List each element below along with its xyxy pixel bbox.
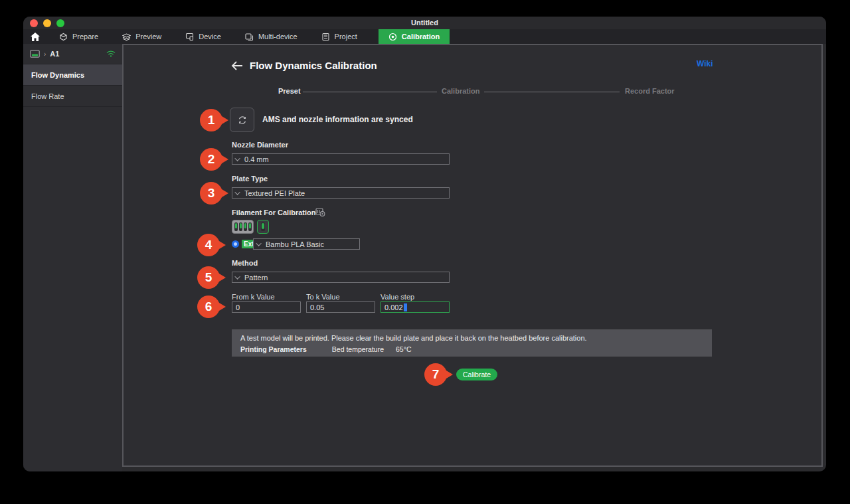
ext-filament-radio[interactable] xyxy=(232,240,239,248)
value-step-label: Value step xyxy=(381,293,414,301)
chevron-down-icon xyxy=(234,274,240,279)
annotation-marker-7: 7 xyxy=(424,363,447,386)
wifi-icon xyxy=(106,50,116,57)
from-k-value: 0 xyxy=(236,303,240,311)
printer-icon xyxy=(30,50,40,58)
annotation-marker-5: 5 xyxy=(197,266,220,289)
tab-label: Prepare xyxy=(72,33,98,41)
ams-slot-icon xyxy=(248,222,252,231)
back-button[interactable] xyxy=(230,58,244,73)
tab-label: Project xyxy=(335,33,357,41)
home-icon xyxy=(31,33,40,41)
tab-project[interactable]: Project xyxy=(311,29,367,44)
chevron-down-icon xyxy=(234,189,240,195)
plate-type-label: Plate Type xyxy=(232,175,268,183)
to-k-label: To k Value xyxy=(306,293,340,301)
home-button[interactable] xyxy=(23,29,47,44)
sync-icon xyxy=(237,115,248,126)
multi-device-icon xyxy=(245,33,254,41)
ams-unit-button[interactable] xyxy=(232,220,254,234)
wiki-link[interactable]: Wiki xyxy=(697,59,713,68)
main-nav: Prepare Preview Device Multi-device Proj… xyxy=(23,29,826,44)
sync-ams-button[interactable] xyxy=(230,108,254,132)
sidebar-item-flow-rate[interactable]: Flow Rate xyxy=(23,86,122,107)
annotation-marker-1: 1 xyxy=(200,109,222,131)
calibration-panel: Flow Dynamics Calibration Wiki Preset Ca… xyxy=(122,44,823,467)
calibrate-button[interactable]: Calibrate xyxy=(456,369,497,380)
value-step-input[interactable]: 0.002 xyxy=(381,301,450,313)
printing-parameters-label: Printing Parameters xyxy=(240,345,307,353)
titlebar: Untitled xyxy=(23,17,826,29)
tab-preview[interactable]: Preview xyxy=(112,29,171,44)
method-value: Pattern xyxy=(244,274,268,282)
page-title: Flow Dynamics Calibration xyxy=(250,60,377,71)
annotation-marker-3: 3 xyxy=(200,182,222,205)
step-record-factor: Record Factor xyxy=(625,87,675,95)
ams-settings-icon[interactable] xyxy=(315,207,325,217)
step-divider xyxy=(303,92,437,92)
chevron-down-icon xyxy=(256,240,261,246)
calibration-icon xyxy=(388,33,397,41)
step-divider xyxy=(484,92,620,92)
chevron-down-icon xyxy=(234,155,240,161)
sidebar-item-flow-dynamics[interactable]: Flow Dynamics xyxy=(23,64,122,86)
from-k-input[interactable]: 0 xyxy=(232,301,301,313)
tab-label: Calibration xyxy=(402,33,440,41)
ams-slot-icon xyxy=(239,222,242,231)
device-selector[interactable]: › A1 xyxy=(23,44,122,64)
tab-multi-device[interactable]: Multi-device xyxy=(235,29,307,44)
tab-calibration[interactable]: Calibration xyxy=(379,29,450,44)
preview-icon xyxy=(122,33,131,41)
tab-device[interactable]: Device xyxy=(175,29,231,44)
annotation-marker-6: 6 xyxy=(197,295,220,318)
prepare-icon xyxy=(59,33,68,41)
sync-status-text: AMS and nozzle information are synced xyxy=(262,115,413,124)
project-icon xyxy=(321,33,330,41)
nozzle-diameter-label: Nozzle Diameter xyxy=(232,141,288,149)
external-spool-button[interactable] xyxy=(257,220,269,234)
filament-select[interactable]: Bambu PLA Basic xyxy=(253,238,360,250)
text-cursor xyxy=(404,303,407,311)
nozzle-diameter-select[interactable]: 0.4 mm xyxy=(232,153,450,165)
tab-label: Preview xyxy=(135,33,161,41)
calibration-notice: A test model will be printed. Please cle… xyxy=(232,329,712,357)
to-k-input[interactable]: 0.05 xyxy=(306,301,375,313)
calibration-sidebar: › A1 Flow Dynamics Flow Rate xyxy=(23,44,122,471)
method-select[interactable]: Pattern xyxy=(232,272,450,283)
sidebar-item-label: Flow Dynamics xyxy=(31,71,84,79)
from-k-label: From k Value xyxy=(232,293,275,301)
tab-label: Device xyxy=(199,33,221,41)
annotation-marker-4: 4 xyxy=(197,234,220,256)
filament-value: Bambu PLA Basic xyxy=(266,240,324,248)
method-label: Method xyxy=(232,259,258,267)
step-calibration: Calibration xyxy=(442,87,479,95)
app-window: Untitled Prepare Preview Device Multi-de… xyxy=(23,17,826,471)
sidebar-item-label: Flow Rate xyxy=(31,92,64,100)
bed-temperature-label: Bed temperature xyxy=(332,345,384,353)
nozzle-diameter-value: 0.4 mm xyxy=(244,155,269,163)
annotation-marker-2: 2 xyxy=(200,148,222,171)
tab-prepare[interactable]: Prepare xyxy=(49,29,108,44)
chevron-right-icon: › xyxy=(44,50,46,58)
plate-type-value: Textured PEI Plate xyxy=(244,189,305,197)
notice-text: A test model will be printed. Please cle… xyxy=(240,334,703,342)
device-name: A1 xyxy=(50,50,59,58)
step-preset: Preset xyxy=(278,87,301,95)
ams-slot-icon xyxy=(244,222,247,231)
filament-label: Filament For Calibration xyxy=(232,209,316,216)
bed-temperature-value: 65°C xyxy=(396,345,411,353)
device-icon xyxy=(185,33,194,41)
value-step-value: 0.002 xyxy=(384,303,403,311)
tab-label: Multi-device xyxy=(258,33,298,41)
to-k-value: 0.05 xyxy=(310,303,324,311)
window-title: Untitled xyxy=(23,19,826,27)
back-arrow-icon xyxy=(231,61,243,70)
plate-type-select[interactable]: Textured PEI Plate xyxy=(232,187,450,199)
filament-spool-icon xyxy=(261,222,265,231)
ams-slot-icon xyxy=(234,222,238,231)
